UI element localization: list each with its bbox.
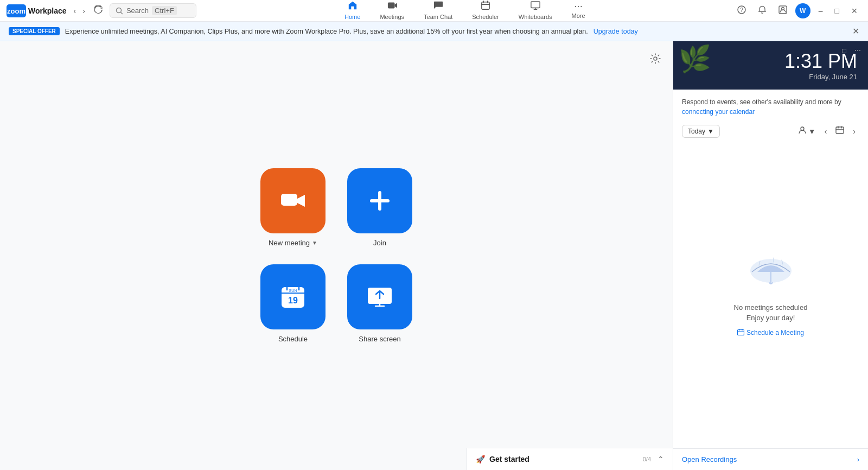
- search-bar[interactable]: Search Ctrl+F: [110, 3, 196, 18]
- calendar-icon: 19 SUN: [279, 283, 307, 310]
- open-recordings[interactable]: Open Recordings ›: [673, 448, 868, 470]
- zoom-logo-icon: zoom: [7, 4, 26, 17]
- share-screen-button[interactable]: [347, 264, 412, 329]
- no-meetings-container: No meetings scheduled Enjoy your day! Sc…: [682, 144, 859, 441]
- tab-meetings[interactable]: Meetings: [370, 0, 414, 24]
- refresh-button[interactable]: [92, 3, 105, 18]
- tab-whiteboards[interactable]: Whiteboards: [509, 0, 562, 24]
- maximize-button[interactable]: □: [831, 4, 843, 17]
- notifications-button[interactable]: [754, 3, 770, 18]
- calendar-view-button[interactable]: [832, 124, 848, 138]
- help-icon: ?: [737, 5, 746, 14]
- share-screen-text: Share screen: [359, 335, 400, 343]
- get-started-progress: 0/4: [643, 456, 651, 462]
- close-button[interactable]: ✕: [847, 4, 861, 17]
- join-text: Join: [373, 239, 386, 247]
- minimize-button[interactable]: –: [815, 4, 827, 17]
- new-meeting-button[interactable]: [260, 168, 326, 233]
- svg-rect-25: [737, 330, 744, 335]
- contacts-button[interactable]: [775, 3, 791, 18]
- widget-menu-button[interactable]: ⋯: [852, 46, 864, 55]
- special-offer-banner: SPECIAL OFFER Experience unlimited meeti…: [0, 22, 868, 41]
- schedule-meeting-link[interactable]: Schedule a Meeting: [737, 329, 804, 336]
- refresh-icon: [94, 5, 103, 14]
- today-label: Today: [688, 128, 705, 135]
- svg-rect-20: [836, 127, 844, 134]
- svg-rect-5: [531, 1, 540, 8]
- collapse-button[interactable]: ⌃: [658, 455, 664, 463]
- scheduler-icon: [481, 1, 490, 12]
- help-button[interactable]: ?: [733, 3, 750, 18]
- person-chevron: ▼: [808, 127, 816, 136]
- titlebar: zoom Workplace ‹ › Search Ctrl+F: [0, 0, 868, 22]
- app-title: Workplace: [28, 7, 67, 15]
- open-recordings-text: Open Recordings: [682, 455, 737, 463]
- schedule-calendar-icon: [737, 329, 744, 336]
- logo-area: zoom Workplace: [7, 4, 67, 17]
- action-share-screen[interactable]: Share screen: [347, 264, 412, 343]
- share-screen-label: Share screen: [359, 335, 400, 343]
- nav-back-button[interactable]: ‹: [71, 5, 79, 16]
- video-camera-icon: [279, 187, 307, 215]
- no-meetings-text: No meetings scheduled Enjoy your day!: [734, 302, 808, 323]
- widget-resize-button[interactable]: ◻: [839, 46, 850, 55]
- svg-rect-13: [370, 199, 390, 202]
- tab-more[interactable]: ⋯ More: [562, 0, 595, 23]
- banner-close-button[interactable]: ✕: [852, 26, 859, 36]
- svg-rect-4: [482, 2, 489, 9]
- no-meetings-line1: No meetings scheduled: [734, 302, 808, 313]
- calendar-view-icon: [835, 126, 844, 135]
- today-chevron-icon: ▼: [707, 128, 714, 135]
- action-new-meeting[interactable]: New meeting ▼: [260, 168, 326, 247]
- more-icon: ⋯: [574, 1, 583, 11]
- tab-more-label: More: [572, 12, 585, 19]
- plus-icon: [366, 187, 394, 215]
- svg-text:zoom: zoom: [7, 7, 25, 15]
- no-meetings-illustration: [744, 249, 798, 293]
- banner-text: Experience unlimited meetings, AI Compan…: [65, 28, 588, 35]
- search-label: Search: [126, 7, 149, 15]
- tab-scheduler-label: Scheduler: [472, 14, 499, 20]
- action-join[interactable]: Join: [347, 168, 412, 247]
- new-meeting-text: New meeting: [269, 239, 310, 247]
- content-area: New meeting ▼ Join: [0, 41, 673, 470]
- action-grid: New meeting ▼ Join: [260, 168, 412, 343]
- tab-home-label: Home: [344, 14, 360, 20]
- special-offer-badge: SPECIAL OFFER: [9, 27, 60, 35]
- person-icon: [799, 126, 806, 134]
- svg-point-10: [654, 57, 657, 60]
- join-button[interactable]: [347, 168, 412, 233]
- person-filter-button[interactable]: ▼: [795, 125, 820, 137]
- get-started-bar[interactable]: 🚀 Get started 0/4 ⌃: [467, 448, 673, 470]
- nav-forward-button[interactable]: ›: [80, 5, 88, 16]
- svg-text:?: ?: [740, 7, 743, 13]
- svg-text:19: 19: [288, 296, 298, 305]
- calendar-connect-link[interactable]: connecting your calendar: [682, 108, 755, 116]
- tab-scheduler[interactable]: Scheduler: [462, 0, 509, 24]
- tab-team-chat-label: Team Chat: [424, 14, 452, 20]
- schedule-label: Schedule: [278, 335, 308, 343]
- settings-button[interactable]: [647, 50, 664, 70]
- calendar-section: Respond to events, see other's availabil…: [673, 90, 868, 448]
- new-meeting-label: New meeting ▼: [269, 239, 317, 247]
- calendar-prev-button[interactable]: ‹: [821, 125, 831, 137]
- home-icon: [348, 1, 358, 12]
- calendar-next-button[interactable]: ›: [849, 125, 859, 137]
- upgrade-link[interactable]: Upgrade today: [593, 28, 638, 35]
- avatar-button[interactable]: W: [795, 3, 810, 18]
- today-button[interactable]: Today ▼: [682, 125, 720, 138]
- svg-point-2: [116, 8, 121, 12]
- share-screen-icon: [366, 283, 393, 310]
- tab-team-chat[interactable]: Team Chat: [414, 0, 462, 24]
- whiteboards-icon: [531, 1, 540, 12]
- calendar-promo-text: Respond to events, see other's availabil…: [682, 98, 841, 106]
- search-shortcut: Ctrl+F: [152, 6, 177, 15]
- clock-widget-controls: ◻ ⋯: [839, 46, 864, 55]
- get-started-label: Get started: [489, 455, 529, 463]
- tab-home[interactable]: Home: [335, 0, 370, 24]
- join-label: Join: [373, 239, 386, 247]
- schedule-button[interactable]: 19 SUN: [260, 264, 326, 329]
- action-schedule[interactable]: 19 SUN Schedule: [260, 264, 326, 343]
- get-started-left: 🚀 Get started: [476, 455, 529, 463]
- nav-tabs: Home Meetings Team Chat Scheduler Whiteb…: [335, 0, 595, 24]
